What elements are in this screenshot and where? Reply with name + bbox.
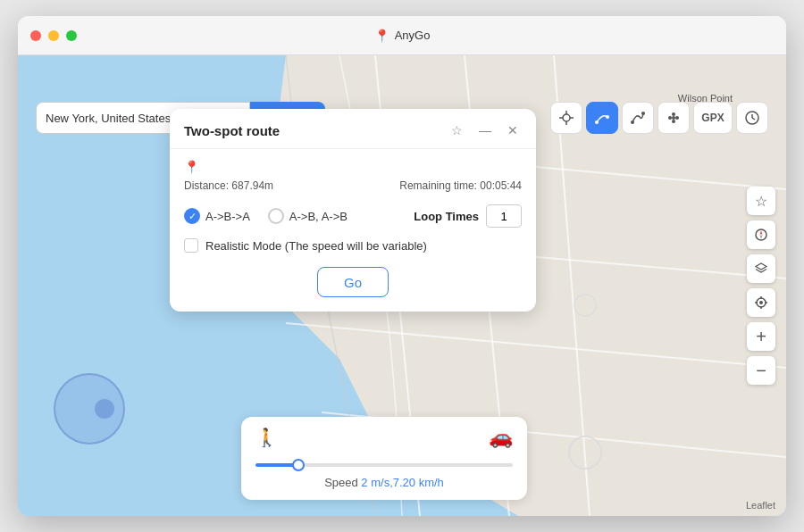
speed-panel: 🚶 🚗 Speed 2 m/s,7.20 km/h [241,417,527,500]
layers-icon [754,262,768,276]
route-options: ✓ A->B->A A->B, A->B Loop Times [184,204,522,228]
dots-icon [666,110,682,126]
right-tools: GPX [550,102,768,134]
realistic-mode-checkbox[interactable]: Realistic Mode (The speed will be variab… [184,238,522,253]
svg-point-31 [759,301,763,304]
gpx-button[interactable]: GPX [693,102,733,134]
speed-slider[interactable] [255,463,513,467]
modal-header: Two-spot route ☆ — ✕ [170,109,536,149]
svg-point-16 [606,115,609,119]
car-icon: 🚗 [489,426,513,449]
route-modal: Two-spot route ☆ — ✕ 📍 Distance: 687.94m… [170,109,536,312]
right-sidebar: ☆ [747,187,775,385]
svg-point-15 [595,121,599,124]
app-title: AnyGo [395,29,431,42]
close-button[interactable] [30,30,41,41]
route-icon [594,110,610,126]
zoom-in-button[interactable]: + [747,322,775,351]
svg-line-26 [752,118,755,120]
minimize-button[interactable] [48,30,59,41]
speed-label: Speed 2 m/s,7.20 km/h [255,476,513,489]
realistic-mode-label: Realistic Mode (The speed will be variab… [205,239,427,253]
modal-meta: Distance: 687.94m Remaining time: 00:05:… [184,179,522,192]
crosshair-icon [558,110,574,126]
app-title-area: 📍 AnyGo [374,29,431,43]
multi-route-icon [630,110,646,126]
joystick-handle [95,399,114,419]
location-button[interactable] [747,288,775,317]
multi-route-tool-button[interactable] [622,102,654,134]
window-controls [30,30,77,41]
favorite-button[interactable]: ☆ [448,121,466,139]
loop-times-input[interactable] [486,204,522,228]
option-a-b-a[interactable]: ✓ A->B->A [184,208,250,224]
loop-times-label: Loop Times [414,210,479,223]
loop-times-area: Loop Times [414,204,522,228]
svg-point-22 [672,112,675,116]
speed-slider-wrap [255,454,513,470]
maximize-button[interactable] [66,30,77,41]
compass-button[interactable] [747,220,775,249]
radio-a-b-a-selected: ✓ [184,208,200,224]
modal-body: 📍 Distance: 687.94m Remaining time: 00:0… [170,149,536,312]
remaining-time-label: Remaining time: 00:05:44 [399,179,522,192]
svg-point-21 [675,116,679,120]
svg-point-17 [631,121,634,124]
zoom-out-button[interactable]: − [747,356,775,385]
svg-marker-29 [760,235,763,239]
radio-a-b-empty [268,208,284,224]
option-a-b[interactable]: A->B, A->B [268,208,348,224]
speed-value: 2 m/s,7.20 km/h [361,476,443,489]
app-pin-icon: 📍 [374,29,389,43]
svg-marker-28 [760,230,763,235]
compass-icon [754,228,768,242]
star-button[interactable]: ☆ [747,187,775,215]
svg-point-19 [668,116,672,120]
walk-icon: 🚶 [255,427,278,448]
layers-button[interactable] [747,254,775,283]
location-icon [754,295,768,310]
main-window: 📍 AnyGo [18,16,786,516]
speed-icons: 🚶 🚗 [255,426,513,449]
leaflet-label: Leaflet [746,500,775,511]
map-area[interactable]: ✕ Search [18,55,786,516]
dots-tool-button[interactable] [657,102,690,134]
joystick[interactable] [54,373,125,445]
svg-point-20 [672,116,675,120]
close-modal-button[interactable]: ✕ [504,121,522,139]
route-tool-button[interactable] [586,102,618,134]
clock-icon [744,110,760,126]
modal-title: Two-spot route [184,123,280,138]
svg-point-23 [672,120,675,123]
go-button[interactable]: Go [317,267,389,297]
crosshair-tool-button[interactable] [550,102,582,134]
titlebar: 📍 AnyGo [18,16,786,55]
minimize-modal-button[interactable]: — [475,121,495,139]
history-button[interactable] [736,102,768,134]
modal-controls: ☆ — ✕ [448,121,522,139]
realistic-mode-checkbox-box [184,238,198,253]
distance-label: Distance: 687.94m [184,179,273,192]
svg-point-10 [563,114,570,121]
modal-pin-icon: 📍 [184,160,522,174]
svg-point-18 [641,112,645,115]
